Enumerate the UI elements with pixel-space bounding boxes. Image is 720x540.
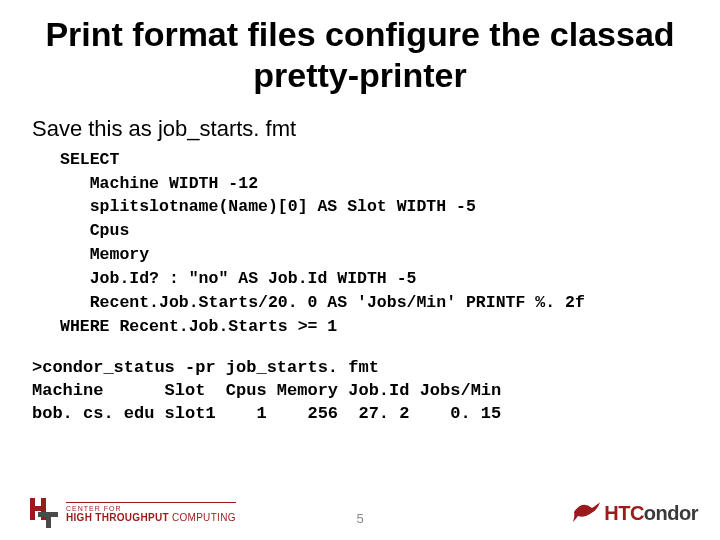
logo-left-line2: HIGH THROUGHPUT COMPUTING xyxy=(66,512,236,523)
htcondor-logo: HTCondor xyxy=(572,498,698,528)
bird-icon xyxy=(572,498,602,528)
logo-right-ht: HTC xyxy=(604,502,644,524)
slide-title: Print format files configure the classad… xyxy=(0,0,720,106)
svg-rect-4 xyxy=(46,512,51,528)
ht-mark-icon xyxy=(28,494,58,530)
logo-right-ondor: ondor xyxy=(644,502,698,524)
footer: CENTER FOR HIGH THROUGHPUT COMPUTING 5 H… xyxy=(0,482,720,532)
command-output: >condor_status -pr job_starts. fmt Machi… xyxy=(0,339,720,426)
subheading: Save this as job_starts. fmt xyxy=(0,106,720,148)
logo-left-line1: CENTER FOR xyxy=(66,505,236,512)
format-file-code: SELECT Machine WIDTH -12 splitslotname(N… xyxy=(0,148,720,339)
page-number: 5 xyxy=(356,511,363,526)
htc-computing-logo: CENTER FOR HIGH THROUGHPUT COMPUTING xyxy=(28,494,236,530)
